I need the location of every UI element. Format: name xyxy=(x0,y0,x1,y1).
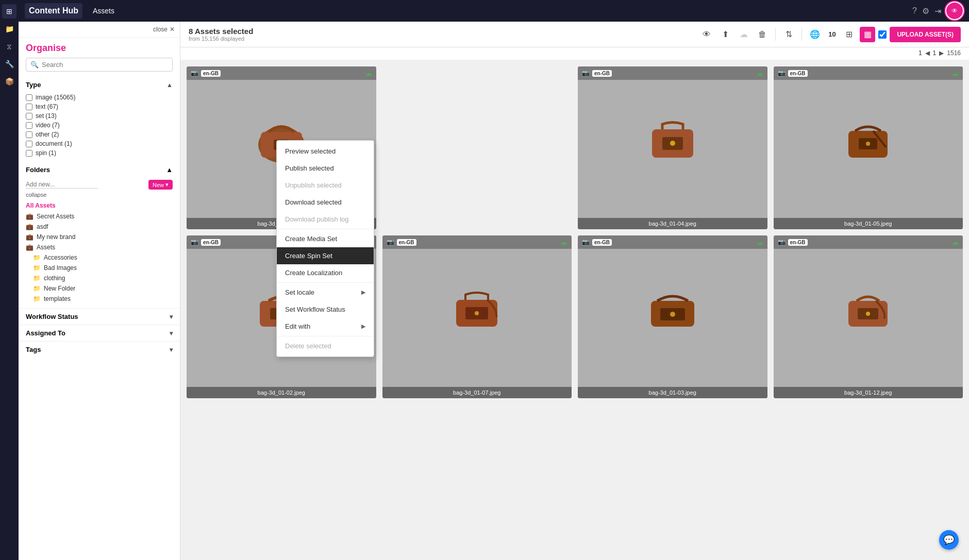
filter-text[interactable]: text (67) xyxy=(26,102,173,111)
filter-document[interactable]: document (1) xyxy=(26,139,173,148)
filter-image[interactable]: image (15065) xyxy=(26,93,173,102)
locale-badge-3: en-GB xyxy=(592,70,612,77)
preview-icon[interactable]: 👁 xyxy=(699,27,714,42)
next-page-arrow[interactable]: ▶ xyxy=(939,49,944,57)
menu-edit-with[interactable]: Edit with ▶ xyxy=(277,318,374,335)
up-down-icon[interactable]: ⇅ xyxy=(781,27,796,42)
menu-create-spin-set[interactable]: Create Spin Set xyxy=(277,247,374,264)
help-icon[interactable]: ? xyxy=(912,6,917,15)
folder-secret-assets[interactable]: 💼 Secret Assets xyxy=(19,211,180,222)
context-menu: Preview selected Publish selected Unpubl… xyxy=(276,140,374,357)
folder-my-new-brand[interactable]: 💼 My new brand xyxy=(19,232,180,242)
logout-icon[interactable]: ⇥ xyxy=(934,6,941,16)
folder-clothing[interactable]: 📁 clothing xyxy=(19,273,180,283)
user-avatar[interactable]: 👁 xyxy=(946,3,963,19)
filter-set-checkbox[interactable] xyxy=(26,113,32,120)
filter-text-checkbox[interactable] xyxy=(26,104,32,110)
filter-image-checkbox[interactable] xyxy=(26,94,32,101)
upload-assets-button[interactable]: UPLOAD ASSET(S) xyxy=(890,27,961,42)
folders-label: Folders xyxy=(26,166,50,174)
workflow-arrow: ▾ xyxy=(170,313,173,320)
asset-card-4[interactable]: 📷 en-GB ☁ bag-3d_01-0 xyxy=(774,66,963,229)
search-input[interactable] xyxy=(42,61,168,69)
camera-icon-8: 📷 xyxy=(778,239,786,246)
type-section-label: Type xyxy=(26,81,41,89)
asset-card-header-4: 📷 en-GB ☁ xyxy=(774,66,963,80)
folder-nav-icon[interactable]: 📁 xyxy=(2,22,16,36)
menu-create-media-set[interactable]: Create Media Set xyxy=(277,230,374,247)
grid-nav-icon[interactable]: ⊞ xyxy=(2,4,16,19)
assigned-header[interactable]: Assigned To ▾ xyxy=(19,325,180,341)
tags-section: Tags ▾ xyxy=(19,341,180,358)
asset-card-8[interactable]: 📷 en-GB ☁ bag-3d_01-1 xyxy=(774,235,963,398)
menu-download-log-label: Download publish log xyxy=(285,215,349,223)
menu-publish-selected[interactable]: Publish selected xyxy=(277,160,374,177)
chatbot-button[interactable]: 💬 xyxy=(939,530,959,550)
box-nav-icon[interactable]: 📦 xyxy=(2,74,16,89)
workflow-header[interactable]: Workflow Status ▾ xyxy=(19,309,180,325)
folder-assets[interactable]: 💼 Assets xyxy=(19,242,180,252)
asset-card-3[interactable]: 📷 en-GB ☁ bag-3d_01-04.jpeg xyxy=(578,66,767,229)
menu-download-selected[interactable]: Download selected xyxy=(277,194,374,211)
grid-active-icon[interactable]: ▦ xyxy=(860,27,875,42)
folders-header[interactable]: Folders ▲ xyxy=(19,162,180,178)
upload-cloud-icon[interactable]: ⬆ xyxy=(717,27,733,42)
filter-image-label: image (15065) xyxy=(36,94,75,101)
filter-set[interactable]: set (13) xyxy=(26,111,173,121)
prev-page-arrow[interactable]: ◀ xyxy=(925,49,930,57)
globe-icon[interactable]: 🌐 xyxy=(807,27,823,42)
asset-name-3: bag-3d_01-04.jpeg xyxy=(578,218,767,229)
menu-set-locale[interactable]: Set locale ▶ xyxy=(277,284,374,301)
search-box[interactable]: 🔍 xyxy=(26,58,173,72)
page-title: Assets xyxy=(93,7,114,15)
filter-nav-icon[interactable]: ⧖ xyxy=(2,39,16,54)
folder-icon-templates: 📁 xyxy=(33,295,41,302)
menu-preview-selected[interactable]: Preview selected xyxy=(277,143,374,160)
close-button[interactable]: close ✕ xyxy=(153,26,175,33)
folder-icon-clothing: 📁 xyxy=(33,275,41,282)
grid-view-icon[interactable]: ⊞ xyxy=(841,27,857,42)
assigned-label: Assigned To xyxy=(26,329,65,337)
folder-accessories[interactable]: 📁 Accessories xyxy=(19,252,180,263)
filter-other-checkbox[interactable] xyxy=(26,131,32,138)
filter-set-label: set (13) xyxy=(36,112,57,120)
folder-new-folder[interactable]: 📁 New Folder xyxy=(19,283,180,294)
folder-asdf[interactable]: 💼 asdf xyxy=(19,222,180,232)
asset-card-6[interactable]: 📷 en-GB ☁ bag-3d_01-0 xyxy=(382,235,572,398)
main-container: close ✕ Organise 🔍 Type ▲ image (15065) … xyxy=(19,22,969,560)
collapse-link[interactable]: collapse xyxy=(19,192,180,200)
asset-card-7[interactable]: 📷 en-GB ☁ bag-3d_01-03.jpeg xyxy=(578,235,767,398)
select-all-checkbox[interactable] xyxy=(878,30,887,39)
tags-label: Tags xyxy=(26,346,41,353)
filter-video-checkbox[interactable] xyxy=(26,122,32,129)
type-section-header[interactable]: Type ▲ xyxy=(19,77,180,93)
sidebar-title: Organise xyxy=(19,38,180,58)
asset-card-header-8: 📷 en-GB ☁ xyxy=(774,235,963,249)
tools-nav-icon[interactable]: 🔧 xyxy=(2,57,16,71)
bag-image-3 xyxy=(578,66,767,218)
menu-delete-selected: Delete selected xyxy=(277,337,374,354)
filter-text-label: text (67) xyxy=(36,103,58,110)
folders-section: Folders ▲ New ▾ collapse All Assets 💼 Se… xyxy=(19,162,180,308)
sidebar-close-bar: close ✕ xyxy=(19,22,180,38)
tags-header[interactable]: Tags ▾ xyxy=(19,342,180,358)
filter-document-checkbox[interactable] xyxy=(26,141,32,147)
selection-sub: from 15,156 displayed xyxy=(189,36,695,42)
filter-spin[interactable]: spin (1) xyxy=(26,148,173,158)
folder-bad-images[interactable]: 📁 Bad Images xyxy=(19,263,180,273)
new-folder-button[interactable]: New ▾ xyxy=(148,180,173,190)
folder-add-input[interactable] xyxy=(26,181,98,189)
all-assets-link[interactable]: All Assets xyxy=(19,200,180,211)
delete-icon[interactable]: 🗑 xyxy=(755,27,770,42)
filter-video[interactable]: video (7) xyxy=(26,121,173,130)
filter-spin-checkbox[interactable] xyxy=(26,150,32,157)
folder-templates[interactable]: 📁 templates xyxy=(19,294,180,304)
filter-other[interactable]: other (2) xyxy=(26,130,173,139)
menu-set-workflow-status[interactable]: Set Workflow Status xyxy=(277,301,374,318)
briefcase-icon-brand: 💼 xyxy=(26,233,34,241)
menu-unpublish-selected: Unpublish selected xyxy=(277,177,374,194)
menu-create-localization[interactable]: Create Localization xyxy=(277,264,374,281)
items-per-page[interactable]: 10 xyxy=(826,30,838,38)
settings-icon[interactable]: ⚙ xyxy=(922,6,929,16)
briefcase-icon-assets: 💼 xyxy=(26,244,34,251)
